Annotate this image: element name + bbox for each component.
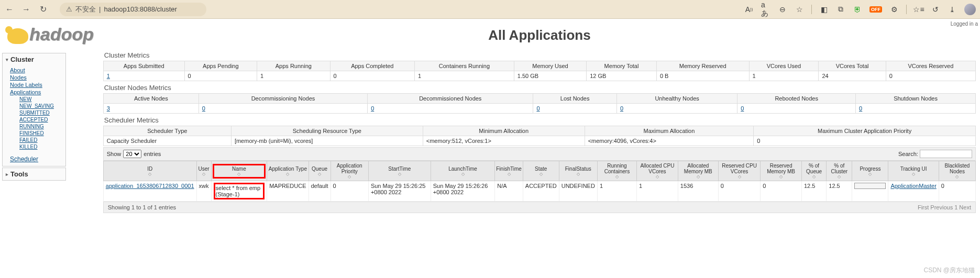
- divider-2: [906, 5, 907, 14]
- favorite-icon[interactable]: ☆: [795, 5, 804, 14]
- page-title: All Applications: [103, 21, 976, 50]
- cluster-header[interactable]: ▾Cluster: [3, 53, 65, 65]
- sidebar-item-about[interactable]: About: [10, 66, 62, 74]
- cell-start: Sun May 29 15:26:25 +0800 2022: [368, 181, 431, 202]
- datatable-footer: Showing 1 to 1 of 1 entries First Previo…: [103, 202, 976, 213]
- toolbar-right: A)) aあ ⊖ ☆ ◧ ⧉ ⛨ OFF ⚙ ☆≡ ↺ ⤓: [744, 4, 976, 15]
- sidebar-item-nodelabels[interactable]: Node Labels: [10, 81, 62, 88]
- col-application-priority[interactable]: Application Priority◇: [331, 161, 368, 181]
- cell-final: UNDEFINED: [559, 181, 597, 202]
- col-queue[interactable]: Queue◇: [309, 161, 331, 181]
- logo: hadoop: [0, 19, 101, 50]
- col-state[interactable]: State◇: [523, 161, 559, 181]
- search-input[interactable]: [920, 150, 972, 158]
- url-separator: |: [99, 5, 101, 13]
- cell-mem: 1536: [678, 181, 718, 202]
- col-user[interactable]: User◇: [196, 161, 211, 181]
- sidebar-sub-killed[interactable]: KILLED: [19, 143, 62, 150]
- cell-type: MAPREDUCE: [267, 181, 309, 202]
- table-row: application_1653806712830_0001xwkselect …: [103, 181, 975, 202]
- entries-select[interactable]: 20: [123, 150, 141, 158]
- cluster-metrics-header: Cluster Metrics: [103, 50, 976, 61]
- cell-launch: Sun May 29 15:26:26 +0800 2022: [431, 181, 494, 202]
- browser-toolbar: ← → ↻ ⚠ 不安全 | hadoop103:8088/cluster A))…: [0, 0, 980, 19]
- nodes-metrics-header: Cluster Nodes Metrics: [103, 82, 976, 93]
- downloads-icon[interactable]: ⤓: [948, 5, 957, 14]
- cell-rcpu: 0: [718, 181, 760, 202]
- cell-pc: 12.5: [827, 181, 852, 202]
- col-reserved-memory-mb[interactable]: Reserved Memory MB◇: [761, 161, 802, 181]
- ext1-icon[interactable]: ◧: [819, 5, 829, 14]
- col-finalstatus[interactable]: FinalStatus◇: [559, 161, 597, 181]
- col-finishtime[interactable]: FinishTime◇: [495, 161, 523, 181]
- avatar[interactable]: [964, 4, 976, 15]
- cell-queue: default: [309, 181, 331, 202]
- cell-progress: [852, 181, 888, 202]
- zoom-icon[interactable]: ⊖: [778, 5, 787, 14]
- sidebar-sub-accepted[interactable]: ACCEPTED: [19, 116, 62, 123]
- scheduler-metrics-header: Scheduler Metrics: [103, 115, 976, 126]
- sidebar-sub-new[interactable]: NEW: [19, 96, 62, 103]
- col-running-containers[interactable]: Running Containers◇: [597, 161, 636, 181]
- cell-priority: 0: [331, 181, 368, 202]
- sidebar-item-applications[interactable]: Applications: [10, 88, 62, 96]
- cell-name: select * from emp (Stage-1): [211, 181, 267, 202]
- extensions-icon[interactable]: ⚙: [889, 5, 899, 14]
- back-button[interactable]: ←: [4, 4, 15, 15]
- col-allocated-memory-mb[interactable]: Allocated Memory MB◇: [678, 161, 718, 181]
- sidebar-sub-failed[interactable]: FAILED: [19, 137, 62, 143]
- sidebar-sub-running[interactable]: RUNNING: [19, 123, 62, 130]
- col-starttime[interactable]: StartTime◇: [368, 161, 431, 181]
- cell-pq: 12.5: [801, 181, 826, 202]
- cell-cpu: 1: [637, 181, 678, 202]
- col-launchtime[interactable]: LaunchTime◇: [431, 161, 494, 181]
- col-id[interactable]: ID◇: [103, 161, 196, 181]
- col-tracking-ui[interactable]: Tracking UI◇: [888, 161, 939, 181]
- col-progress[interactable]: Progress◇: [852, 161, 888, 181]
- warning-icon: ⚠: [66, 5, 72, 13]
- favorites-bar-icon[interactable]: ☆≡: [914, 5, 923, 14]
- col-reserved-cpu-vcores[interactable]: Reserved CPU VCores◇: [718, 161, 760, 181]
- col-name[interactable]: Name◇: [211, 161, 267, 181]
- reader-icon[interactable]: A)): [744, 5, 754, 14]
- collections-icon[interactable]: ⧉: [836, 5, 845, 14]
- col-blacklisted-nodes[interactable]: Blacklisted Nodes◇: [939, 161, 975, 181]
- sidebar-sub-newsaving[interactable]: NEW_SAVING: [19, 103, 62, 109]
- history-icon[interactable]: ↺: [931, 5, 940, 14]
- cluster-metrics-table: Apps SubmittedApps PendingApps RunningAp…: [103, 61, 976, 81]
- col-allocated-cpu-vcores[interactable]: Allocated CPU VCores◇: [637, 161, 678, 181]
- tools-header[interactable]: ▸Tools: [3, 168, 65, 180]
- sidebar-sub-submitted[interactable]: SUBMITTED: [19, 109, 62, 116]
- translate-icon[interactable]: aあ: [761, 5, 770, 14]
- off-badge[interactable]: OFF: [869, 6, 882, 13]
- col--of-cluster[interactable]: % of Cluster◇: [827, 161, 852, 181]
- insecure-label: 不安全: [75, 5, 96, 14]
- forward-button[interactable]: →: [21, 4, 31, 15]
- cell-id: application_1653806712830_0001: [103, 181, 196, 202]
- main-content: All Applications Cluster Metrics Apps Su…: [101, 19, 980, 215]
- sidebar-item-scheduler[interactable]: Scheduler: [10, 155, 38, 163]
- entries-label: entries: [144, 151, 161, 157]
- show-label: Show: [107, 151, 122, 157]
- shield-icon[interactable]: ⛨: [853, 5, 862, 14]
- datatable-toolbar: Show 20 entries Search:: [103, 147, 976, 161]
- nodes-metrics-table: Active NodesDecommissioning NodesDecommi…: [103, 93, 976, 114]
- col-application-type[interactable]: Application Type◇: [267, 161, 309, 181]
- progress-bar: [854, 183, 886, 189]
- sidebar: ▾Cluster About Nodes Node Labels Applica…: [0, 50, 68, 184]
- reload-button[interactable]: ↻: [38, 4, 48, 15]
- address-bar[interactable]: ⚠ 不安全 | hadoop103:8088/cluster: [60, 3, 206, 16]
- cell-rmem: 0: [761, 181, 802, 202]
- cell-containers: 1: [597, 181, 636, 202]
- cell-tracking: ApplicationMaster: [888, 181, 939, 202]
- sidebar-item-nodes[interactable]: Nodes: [10, 74, 62, 81]
- divider: [811, 5, 812, 14]
- sidebar-sub-finished[interactable]: FINISHED: [19, 130, 62, 137]
- logged-in-label: Logged in a: [951, 21, 978, 27]
- scheduler-metrics-table: Scheduler TypeScheduling Resource TypeMi…: [103, 126, 976, 146]
- table-info: Showing 1 to 1 of 1 entries: [108, 204, 176, 210]
- pagination[interactable]: First Previous 1 Next: [918, 204, 971, 210]
- cell-state: ACCEPTED: [523, 181, 559, 202]
- col--of-queue[interactable]: % of Queue◇: [801, 161, 826, 181]
- url-text: hadoop103:8088/cluster: [104, 5, 177, 13]
